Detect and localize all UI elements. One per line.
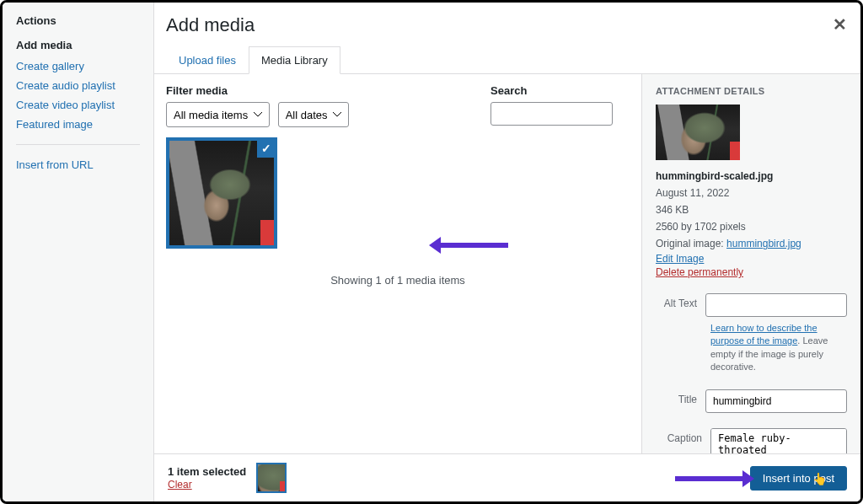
edit-image-link[interactable]: Edit Image: [656, 253, 847, 265]
clear-link[interactable]: Clear: [168, 479, 192, 491]
caption-label: Caption: [656, 428, 702, 444]
alt-label: Alt Text: [656, 293, 697, 309]
modal-footer: 1 item selected Clear Insert into post 👆: [154, 453, 860, 501]
sidebar-active-item[interactable]: Add media: [16, 39, 140, 51]
modal-header: Add media ✕: [154, 3, 860, 36]
close-icon[interactable]: ✕: [833, 14, 847, 35]
filter-type-select[interactable]: All media items: [166, 102, 270, 127]
media-modal: Actions Add media Create gallery Create …: [0, 0, 863, 504]
sidebar-link-url[interactable]: Insert from URL: [16, 155, 140, 174]
selected-count: 1 item selected: [168, 465, 246, 478]
selected-thumb[interactable]: [256, 463, 287, 493]
caption-row: Caption Female ruby-throated hummingbird…: [656, 423, 847, 453]
sidebar-link-audio[interactable]: Create audio playlist: [16, 76, 140, 95]
alt-text-input[interactable]: [705, 293, 847, 317]
media-browser: Filter media All media items All dates S…: [154, 74, 641, 453]
alt-hint: Learn how to describe the purpose of the…: [656, 322, 847, 374]
filter-row: Filter media All media items All dates S…: [166, 84, 630, 127]
selection-info: 1 item selected Clear: [168, 465, 246, 491]
sidebar-link-video[interactable]: Create video playlist: [16, 95, 140, 115]
tab-library[interactable]: Media Library: [249, 46, 340, 74]
main-panel: Add media ✕ Upload files Media Library F…: [154, 3, 860, 501]
actions-sidebar: Actions Add media Create gallery Create …: [3, 3, 154, 501]
sidebar-link-featured[interactable]: Featured image: [16, 115, 140, 134]
tabs: Upload files Media Library: [154, 46, 860, 74]
title-input[interactable]: [705, 389, 847, 413]
alt-text-row: Alt Text: [656, 288, 847, 317]
details-heading: ATTACHMENT DETAILS: [656, 86, 847, 96]
sidebar-divider: [16, 144, 140, 145]
footer-left: 1 item selected Clear: [168, 463, 287, 493]
media-thumb-selected[interactable]: ✓: [166, 137, 277, 249]
showing-count: Showing 1 of 1 media items: [166, 274, 630, 287]
filter-label: Filter media: [166, 84, 474, 97]
filter-date-select[interactable]: All dates: [278, 102, 349, 127]
file-size: 346 KB: [656, 202, 847, 217]
search-label: Search: [490, 84, 613, 97]
annotation-arrow-2: [675, 476, 751, 481]
caption-input[interactable]: Female ruby-throated hummingbird.: [710, 428, 847, 453]
filename: hummingbird-scaled.jpg: [656, 170, 773, 182]
sidebar-link-gallery[interactable]: Create gallery: [16, 56, 140, 76]
modal-title: Add media: [166, 14, 844, 36]
tab-upload[interactable]: Upload files: [166, 46, 249, 74]
content: Filter media All media items All dates S…: [154, 74, 860, 453]
insert-button[interactable]: Insert into post: [750, 466, 847, 491]
title-row: Title: [656, 384, 847, 413]
cursor-icon: 👆: [812, 472, 827, 485]
file-date: August 11, 2022: [656, 185, 847, 201]
check-icon[interactable]: ✓: [257, 139, 276, 158]
thumbnails-grid: ✓: [166, 137, 630, 249]
delete-link[interactable]: Delete permanently: [656, 266, 847, 278]
sidebar-heading: Actions: [16, 14, 140, 27]
annotation-arrow-1: [432, 243, 508, 248]
search-input[interactable]: [490, 102, 613, 126]
orig-link[interactable]: hummingbird.jpg: [726, 238, 801, 249]
file-orig: Original image: hummingbird.jpg: [656, 236, 847, 251]
attachment-details: ATTACHMENT DETAILS hummingbird-scaled.jp…: [641, 74, 860, 453]
detail-thumb: [656, 105, 740, 160]
title-label: Title: [656, 389, 697, 405]
file-dims: 2560 by 1702 pixels: [656, 219, 847, 234]
